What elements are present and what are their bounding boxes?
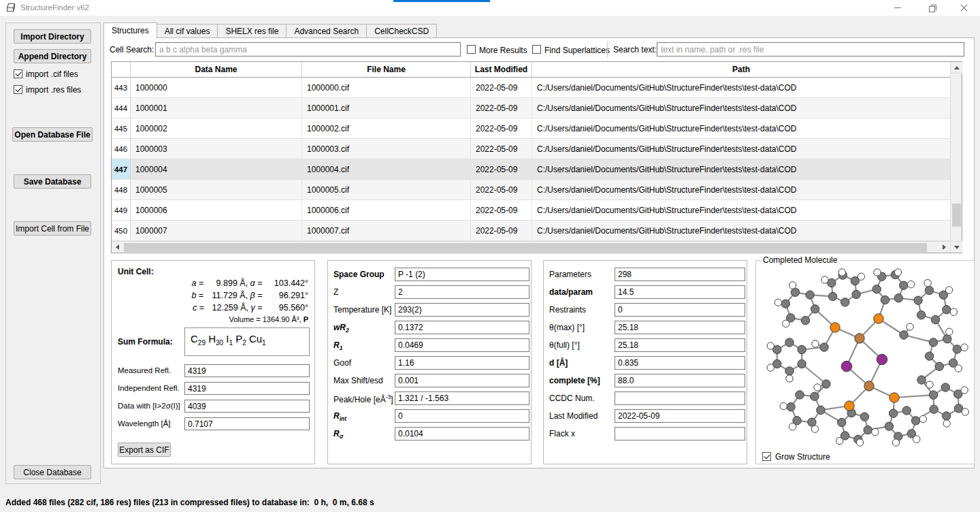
- field-row: CCDC Num.: [549, 391, 742, 405]
- field-input-parameters[interactable]: [615, 268, 745, 281]
- export-as-cif-button[interactable]: Export as CIF: [118, 443, 171, 457]
- field-row: complete [%]: [549, 374, 742, 387]
- field-input-full[interactable]: [615, 338, 745, 352]
- atom-H: [962, 409, 968, 415]
- more-results-checkbox[interactable]: [467, 45, 476, 54]
- column-header-path[interactable]: Path: [532, 62, 950, 78]
- data-name-cell: 1000004: [131, 159, 302, 179]
- import-cif-checkbox[interactable]: [14, 69, 22, 78]
- atom-H: [872, 428, 879, 435]
- column-header-data-name[interactable]: Data Name: [131, 62, 302, 78]
- table-row[interactable]: 45010000071000007.cif2022-05-09C:/Users/…: [112, 221, 950, 241]
- tab-shelx-res-file[interactable]: SHELX res file: [217, 24, 287, 38]
- cell-search-input[interactable]: [155, 42, 461, 57]
- field-label-ccdc-num: CCDC Num.: [549, 394, 595, 403]
- table-row[interactable]: 44810000051000005.cif2022-05-09C:/Users/…: [112, 180, 950, 200]
- column-header-file-name[interactable]: File Name: [302, 62, 471, 78]
- field-input-rint[interactable]: [395, 409, 529, 423]
- field-input-d[interactable]: [615, 356, 745, 370]
- path-cell: C:/Users/daniel/Documents/GitHub\Structu…: [532, 200, 950, 220]
- field-label-z: Z: [333, 287, 338, 297]
- table-row[interactable]: 44410000011000001.cif2022-05-09C:/Users/…: [112, 98, 950, 118]
- atom-I: [841, 361, 852, 372]
- horizontal-scroll-thumb[interactable]: [124, 243, 927, 252]
- atom-H: [919, 415, 926, 422]
- open-database-button[interactable]: Open Database File: [12, 127, 93, 142]
- atom-C: [791, 288, 799, 296]
- minimize-button[interactable]: [886, 0, 909, 16]
- find-superlattices-checkbox[interactable]: [532, 45, 541, 54]
- tab-cellcheckcsd[interactable]: CellCheckCSD: [366, 24, 437, 38]
- atom-C: [935, 362, 943, 370]
- field-input-max-shift-esd[interactable]: [395, 374, 529, 387]
- atom-H: [961, 344, 968, 351]
- field-input-complete[interactable]: [615, 374, 745, 387]
- atom-P: [889, 393, 899, 402]
- field-input-max[interactable]: [615, 321, 745, 334]
- import-res-checkbox[interactable]: [14, 85, 22, 94]
- table-row[interactable]: 44310000001000000.cif2022-05-09C:/Users/…: [112, 78, 950, 98]
- field-input-goof[interactable]: [395, 356, 529, 370]
- path-cell: C:/Users/daniel/Documents/GitHub\Structu…: [532, 159, 950, 179]
- field-input-r[interactable]: [395, 427, 529, 441]
- field-input-data-param[interactable]: [615, 285, 745, 299]
- field-input-data-with-i-2-i[interactable]: [184, 400, 310, 413]
- import-cell-button[interactable]: Import Cell from File: [14, 221, 91, 236]
- field-input-wr2[interactable]: [395, 321, 529, 334]
- atom-H: [821, 276, 828, 283]
- field-row: Rint: [333, 409, 527, 423]
- field-input-z[interactable]: [395, 285, 529, 299]
- field-input-independent-refl[interactable]: [184, 382, 310, 395]
- atom-C: [852, 290, 860, 298]
- field-label-wr2: wR2: [333, 323, 349, 334]
- atom-C: [941, 383, 949, 391]
- molecule-viewer[interactable]: [758, 268, 972, 447]
- vertical-scrollbar[interactable]: [950, 62, 962, 253]
- field-row: Temperature [K]: [333, 303, 527, 317]
- field-input-flack-x[interactable]: [615, 427, 745, 441]
- text-search-input[interactable]: [657, 42, 964, 57]
- row-number-header[interactable]: [112, 62, 131, 78]
- atom-H: [812, 340, 819, 347]
- field-input-restraints[interactable]: [615, 303, 745, 317]
- import-cif-label: import .cif files: [26, 69, 78, 79]
- scroll-left-button[interactable]: [112, 242, 123, 253]
- field-input-space-group[interactable]: [395, 268, 529, 281]
- field-input-last-modified[interactable]: [615, 409, 745, 423]
- scroll-down-button[interactable]: [951, 241, 962, 253]
- field-input-measured-refl[interactable]: [184, 364, 310, 377]
- title-bar: StructureFinder v62: [0, 0, 980, 16]
- tab-all-cif-values[interactable]: All cif values: [157, 24, 218, 38]
- table-row[interactable]: 44710000041000004.cif2022-05-09C:/Users/…: [112, 159, 950, 180]
- atom-C: [914, 296, 922, 304]
- table-row[interactable]: 44510000021000002.cif2022-05-09C:/Users/…: [112, 118, 950, 139]
- table-row[interactable]: 44910000061000006.cif2022-05-09C:/Users/…: [112, 200, 950, 221]
- atom-H: [856, 439, 863, 446]
- vertical-scroll-thumb[interactable]: [952, 204, 961, 227]
- field-input-peak-hole-e[interactable]: [395, 391, 529, 405]
- last-modified-cell: 2022-05-09: [471, 78, 532, 97]
- table-row[interactable]: 44610000031000003.cif2022-05-09C:/Users/…: [112, 139, 950, 159]
- save-database-button[interactable]: Save Database: [14, 174, 91, 189]
- append-directory-button[interactable]: Append Directory: [14, 49, 91, 63]
- atom-C: [820, 343, 828, 351]
- refinement-properties-panel: Space GroupZTemperature [K]wR2R1GoofMax …: [327, 260, 532, 464]
- restore-button[interactable]: [920, 0, 943, 16]
- tab-advanced-search[interactable]: Advanced Search: [286, 24, 367, 38]
- field-label-flack-x: Flack x: [549, 429, 575, 438]
- close-database-button[interactable]: Close Database: [14, 465, 91, 479]
- field-input-wavelength[interactable]: [184, 417, 310, 430]
- import-directory-button[interactable]: Import Directory: [14, 29, 91, 44]
- field-label-space-group: Space Group: [333, 270, 385, 279]
- field-input-temperature-k[interactable]: [395, 303, 529, 317]
- close-button[interactable]: [952, 0, 975, 16]
- column-header-last-modified[interactable]: Last Modified: [471, 62, 532, 78]
- field-input-ccdc-num[interactable]: [615, 391, 745, 405]
- horizontal-scrollbar[interactable]: [112, 241, 950, 253]
- grow-structure-checkbox[interactable]: [762, 452, 771, 461]
- scroll-right-button[interactable]: [938, 242, 950, 253]
- scroll-up-button[interactable]: [951, 62, 962, 74]
- atom-H: [789, 423, 796, 430]
- tab-structures[interactable]: Structures: [103, 22, 157, 39]
- field-input-r1[interactable]: [395, 338, 529, 352]
